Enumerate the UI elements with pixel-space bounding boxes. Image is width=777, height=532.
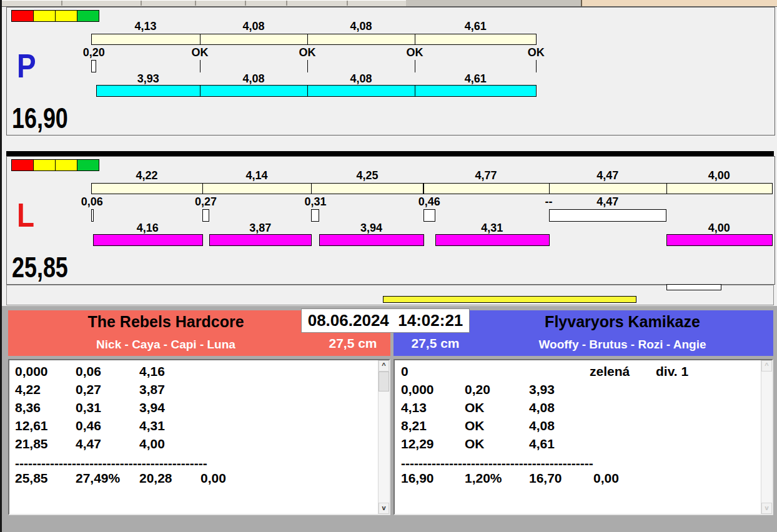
total-cell: 1,20%: [465, 471, 502, 486]
result-cell: 12,61: [15, 418, 48, 433]
result-cell: 0,000: [401, 382, 434, 397]
results-divider: ----------------------------------------…: [15, 456, 207, 471]
results-text-area: 0,0000,064,164,220,273,878,360,313,9412,…: [9, 360, 379, 514]
scrollbar-thumb[interactable]: [379, 372, 389, 392]
split-segment: [202, 183, 312, 194]
run-time-label: 4,08: [243, 72, 265, 86]
result-cell: 0,27: [76, 382, 101, 397]
split-segment: [311, 183, 423, 194]
lights-status: zelená: [590, 364, 630, 379]
legend-cell-1: [34, 11, 56, 21]
window-top-strip: [0, 0, 777, 7]
team-results-table-right[interactable]: 0zelenádiv. 10,0000,203,934,13OK4,088,21…: [393, 359, 773, 515]
division-label: div. 1: [656, 364, 688, 379]
result-cell: 12,29: [401, 436, 434, 451]
split-labels-row: 4,134,084,084,61: [91, 20, 536, 31]
changeover-tick: [200, 60, 200, 72]
lane-chart: 4,134,084,084,61 0,20OKOKOKOK 3,934,084,…: [91, 7, 536, 135]
meta-col1: 0: [401, 364, 408, 379]
changeover-labels-row: 0,060,270,310,46--4,47: [91, 195, 772, 207]
app-window: P 16,90 4,134,084,084,61 0,20OKOKOKOK 3,…: [0, 0, 777, 532]
changeover-label: 0,20: [83, 46, 105, 59]
result-cell: 8,21: [401, 418, 427, 433]
total-cell: 27,49%: [76, 471, 120, 486]
run-time-label: 4,00: [708, 222, 730, 235]
scrollbar-left-table[interactable]: ^ v: [378, 360, 389, 514]
results-text-area: 0zelenádiv. 10,0000,203,934,13OK4,088,21…: [395, 360, 761, 514]
lane-total-time: 16,90: [12, 101, 68, 135]
result-cell: 4,08: [529, 400, 555, 415]
top-strip-separator: [141, 1, 142, 6]
scrollbar-up-icon[interactable]: ^: [379, 360, 389, 372]
scrollbar-down-icon[interactable]: v: [761, 503, 772, 514]
legend-cell-1: [34, 160, 56, 170]
result-cell: 0,06: [76, 364, 101, 379]
split-segment: [423, 183, 550, 194]
split-time-label: 4,22: [136, 169, 157, 182]
changeover-label: 0,06: [81, 195, 103, 209]
team-results-table-left[interactable]: 0,0000,064,164,220,273,878,360,313,9412,…: [8, 359, 390, 515]
total-cell: 16,90: [401, 471, 434, 486]
result-cell: 4,13: [401, 400, 427, 415]
run-time-label: 4,08: [350, 72, 372, 86]
split-segment: [200, 34, 308, 45]
result-cell: 0,31: [76, 400, 101, 415]
total-cell: 16,70: [529, 471, 562, 486]
dog-run-bar: [96, 85, 200, 97]
changeover-labels-row: 0,20OKOKOKOK: [91, 46, 536, 57]
top-strip-plain-section: [406, 0, 581, 6]
run-labels-row: 3,934,084,084,61: [91, 72, 536, 84]
lane-panel-p: P 16,90 4,134,084,084,61 0,20OKOKOKOK 3,…: [6, 7, 775, 135]
dog-run-bar: [319, 234, 423, 246]
top-strip-separator: [286, 1, 287, 6]
legend-cell-2: [56, 11, 77, 21]
changeover-label: 0,27: [195, 195, 217, 209]
legend-cell-2: [56, 160, 77, 170]
lane-letter: P: [17, 46, 36, 85]
result-cell: 0,000: [15, 364, 48, 379]
result-cell: 4,08: [529, 418, 555, 433]
legend-cell-0: [12, 160, 34, 170]
run-time-label: 3,94: [360, 222, 382, 235]
lane-total-time: 25,85: [12, 250, 68, 284]
team-name: Flyvaryors Kamikaze: [472, 313, 773, 331]
scrollbar-down-icon[interactable]: v: [379, 503, 389, 514]
lane-letter: L: [17, 195, 34, 234]
team-dogs-list: Wooffy - Brutus - Rozi - Angie: [472, 338, 773, 352]
changeover-box: [423, 209, 435, 222]
lane-separator-bar: [6, 151, 774, 156]
split-time-label: 4,00: [708, 169, 730, 182]
teams-section: The Rebels Hardcore Nick - Caya - Capi -…: [0, 306, 777, 532]
result-cell: 0,20: [465, 382, 490, 397]
team-dogs-list: Nick - Caya - Capi - Luna: [8, 338, 324, 352]
changeover-label: 0,31: [304, 195, 326, 209]
scrollbar-right-table[interactable]: ^ v: [761, 360, 772, 514]
split-time-label: 4,13: [135, 20, 157, 33]
result-cell: 3,87: [139, 382, 165, 397]
result-cell: 21,85: [15, 436, 48, 451]
changeover-ticks-row: [91, 209, 772, 222]
result-cell: OK: [465, 418, 485, 433]
split-bar-row: [91, 34, 536, 45]
changeover-label: OK: [299, 46, 316, 59]
result-cell: 4,47: [76, 436, 101, 451]
result-cell: OK: [465, 400, 485, 415]
run-labels-row: 4,163,873,944,314,00: [91, 222, 772, 233]
result-cell: 4,00: [139, 436, 165, 451]
scrollbar-up-icon[interactable]: ^: [761, 360, 772, 372]
dog-run-bar: [666, 234, 773, 246]
split-time-label: 4,47: [596, 169, 618, 182]
window-left-edge: [0, 0, 2, 532]
changeover-label: 0,46: [418, 195, 440, 209]
run-time-label: 4,61: [465, 72, 487, 86]
jump-height-label: 27,5 cm: [401, 336, 470, 351]
total-cell: 0,00: [200, 471, 226, 486]
top-strip-separator: [195, 1, 196, 6]
run-time-label: 3,87: [249, 222, 271, 235]
split-time-label: 4,77: [475, 169, 497, 182]
run-time-label: 3,93: [137, 72, 159, 86]
top-strip-separator: [245, 1, 246, 6]
datetime-display: 08.06.2024 14:02:21: [301, 308, 470, 333]
white-indicator-bar: [666, 284, 721, 290]
total-cell: 20,28: [139, 471, 172, 486]
